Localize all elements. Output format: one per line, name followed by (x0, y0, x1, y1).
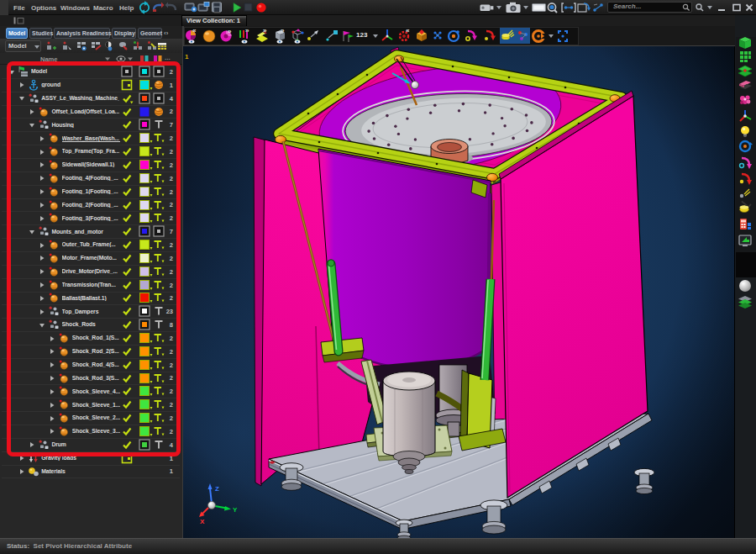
svg-text:X: X (200, 518, 205, 525)
svg-text:»: » (263, 28, 267, 34)
svg-text:Z: Z (215, 485, 219, 493)
svg-text:1: 1 (185, 53, 189, 61)
svg-text:»: » (281, 28, 285, 34)
svg-text:Y: Y (233, 506, 238, 514)
svg-text:»: » (228, 28, 232, 35)
svg-text:«: « (192, 28, 197, 34)
svg-text:»: » (245, 28, 249, 34)
svg-text:«: « (406, 28, 410, 34)
